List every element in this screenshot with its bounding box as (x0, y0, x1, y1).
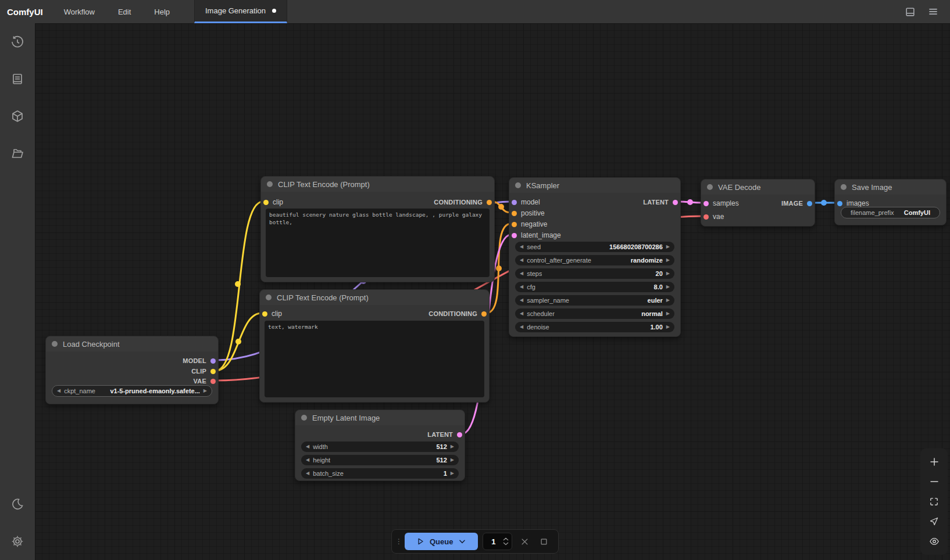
node-clip-text-encode-positive[interactable]: CLIP Text Encode (Prompt) clip CONDITION… (260, 176, 495, 282)
batch-stepper[interactable] (503, 537, 509, 545)
input-slot-samples[interactable]: samples (703, 198, 739, 209)
combo-left-arrow-icon[interactable]: ◀ (520, 258, 523, 263)
main-menu-button[interactable] (924, 3, 942, 20)
toggle-bottom-panel-button[interactable] (901, 3, 919, 20)
sidebar-item-history[interactable] (0, 23, 35, 60)
zoom-out-button[interactable] (925, 473, 944, 490)
output-dot-vae[interactable] (210, 379, 216, 384)
prompt-textarea[interactable]: text, watermark (265, 321, 484, 397)
pan-mode-button[interactable] (925, 514, 944, 530)
widget-width[interactable]: ◀ width 512 ▶ (301, 441, 459, 452)
stepper-left-arrow-icon[interactable]: ◀ (306, 471, 309, 476)
toggle-link-visibility-button[interactable] (925, 533, 944, 550)
sidebar-item-queue[interactable] (0, 60, 35, 98)
sidebar-item-theme[interactable] (0, 486, 35, 523)
combo-right-arrow-icon[interactable]: ▶ (666, 258, 670, 263)
node-ksampler[interactable]: KSampler model positive negative latent_… (509, 177, 681, 337)
output-slot-image[interactable]: IMAGE (781, 198, 812, 209)
node-collapse-dot[interactable] (707, 184, 713, 190)
node-collapse-dot[interactable] (52, 341, 58, 347)
output-slot-clip[interactable]: CLIP (191, 366, 216, 376)
widget-filename-prefix[interactable]: filename_prefix ComfyUI (841, 207, 940, 218)
input-dot-clip[interactable] (263, 200, 269, 205)
node-collapse-dot[interactable] (515, 182, 521, 188)
input-slot-negative[interactable]: negative (512, 219, 547, 229)
combo-right-arrow-icon[interactable]: ▶ (666, 311, 670, 316)
menu-edit[interactable]: Edit (106, 0, 142, 23)
stepper-left-arrow-icon[interactable]: ◀ (306, 444, 309, 449)
input-slot-model[interactable]: model (512, 197, 540, 207)
menu-help[interactable]: Help (142, 0, 181, 23)
stepper-left-arrow-icon[interactable]: ◀ (306, 458, 309, 462)
combo-left-arrow-icon[interactable]: ◀ (520, 298, 523, 303)
input-dot-positive[interactable] (512, 211, 517, 216)
input-dot-clip[interactable] (262, 311, 267, 317)
widget-cfg[interactable]: ◀ cfg 8.0 ▶ (515, 282, 674, 292)
drag-handle[interactable]: ⋮ (395, 537, 400, 545)
output-slot-latent[interactable]: LATENT (427, 429, 462, 440)
combo-left-arrow-icon[interactable]: ◀ (57, 389, 60, 393)
stepper-left-arrow-icon[interactable]: ◀ (520, 325, 523, 329)
input-dot-model[interactable] (512, 200, 517, 205)
stepper-right-arrow-icon[interactable]: ▶ (666, 325, 670, 329)
output-dot-latent[interactable] (673, 200, 678, 205)
sidebar-item-workflows[interactable] (0, 135, 35, 172)
output-slot-conditioning[interactable]: CONDITIONING (428, 308, 487, 319)
node-header[interactable]: Save Image (835, 180, 946, 195)
output-slot-conditioning[interactable]: CONDITIONING (434, 197, 492, 207)
node-empty-latent-image[interactable]: Empty Latent Image LATENT ◀ width 512 ▶ … (295, 410, 465, 481)
node-header[interactable]: VAE Decode (701, 180, 815, 195)
tab-image-generation[interactable]: Image Generation (194, 0, 287, 23)
widget-height[interactable]: ◀ height 512 ▶ (301, 455, 459, 465)
node-header[interactable]: CLIP Text Encode (Prompt) (261, 177, 494, 192)
stepper-left-arrow-icon[interactable]: ◀ (520, 245, 523, 249)
combo-left-arrow-icon[interactable]: ◀ (520, 311, 523, 316)
node-collapse-dot[interactable] (266, 295, 272, 300)
output-dot-latent[interactable] (457, 432, 462, 437)
node-save-image[interactable]: Save Image images filename_prefix ComfyU… (834, 179, 947, 225)
widget-denoise[interactable]: ◀ denoise 1.00 ▶ (515, 322, 674, 332)
input-dot-images[interactable] (837, 201, 842, 206)
sidebar-item-models[interactable] (0, 98, 35, 135)
output-slot-model[interactable]: MODEL (183, 356, 216, 366)
combo-right-arrow-icon[interactable]: ▶ (203, 389, 207, 393)
node-collapse-dot[interactable] (301, 415, 307, 421)
stepper-right-arrow-icon[interactable]: ▶ (666, 271, 670, 276)
chevron-up-icon[interactable] (503, 537, 509, 541)
graph-canvas[interactable]: Load Checkpoint MODEL CLIP VAE ◀ ckpt_na… (35, 23, 950, 560)
stepper-right-arrow-icon[interactable]: ▶ (666, 245, 670, 249)
node-collapse-dot[interactable] (267, 181, 273, 187)
output-dot-clip[interactable] (210, 369, 216, 374)
stop-button[interactable] (537, 534, 551, 549)
widget-control-after-generate[interactable]: ◀ control_after_generate randomize ▶ (515, 255, 674, 265)
chevron-down-icon[interactable] (503, 542, 509, 545)
output-dot-model[interactable] (210, 358, 216, 364)
combo-right-arrow-icon[interactable]: ▶ (666, 298, 670, 303)
stepper-left-arrow-icon[interactable]: ◀ (520, 285, 523, 289)
batch-count-input[interactable]: 1 (483, 533, 512, 550)
input-slot-latent-image[interactable]: latent_image (512, 230, 561, 240)
widget-sampler-name[interactable]: ◀ sampler_name euler ▶ (515, 295, 674, 306)
output-slot-latent[interactable]: LATENT (643, 197, 678, 207)
fit-view-button[interactable] (925, 493, 944, 509)
chevron-down-icon[interactable] (458, 537, 466, 545)
widget-seed[interactable]: ◀ seed 156680208700286 ▶ (515, 242, 674, 252)
sidebar-item-settings[interactable] (0, 523, 35, 560)
prompt-textarea[interactable]: beautiful scenery nature glass bottle la… (266, 209, 490, 277)
input-dot-vae[interactable] (703, 214, 709, 220)
node-clip-text-encode-negative[interactable]: CLIP Text Encode (Prompt) clip CONDITION… (259, 289, 490, 403)
node-header[interactable]: CLIP Text Encode (Prompt) (260, 290, 489, 305)
stepper-right-arrow-icon[interactable]: ▶ (451, 458, 454, 462)
output-dot-conditioning[interactable] (487, 200, 492, 205)
input-slot-clip[interactable]: clip (263, 197, 283, 207)
node-collapse-dot[interactable] (841, 184, 847, 190)
widget-scheduler[interactable]: ◀ scheduler normal ▶ (515, 308, 674, 319)
node-vae-decode[interactable]: VAE Decode samples vae IMAGE (701, 179, 815, 227)
widget-batch-size[interactable]: ◀ batch_size 1 ▶ (301, 468, 459, 479)
menu-workflow[interactable]: Workflow (52, 0, 106, 23)
node-header[interactable]: Load Checkpoint (46, 336, 218, 351)
node-header[interactable]: KSampler (509, 178, 680, 193)
input-dot-samples[interactable] (703, 201, 709, 206)
input-slot-clip[interactable]: clip (262, 308, 282, 319)
widget-steps[interactable]: ◀ steps 20 ▶ (515, 268, 674, 279)
